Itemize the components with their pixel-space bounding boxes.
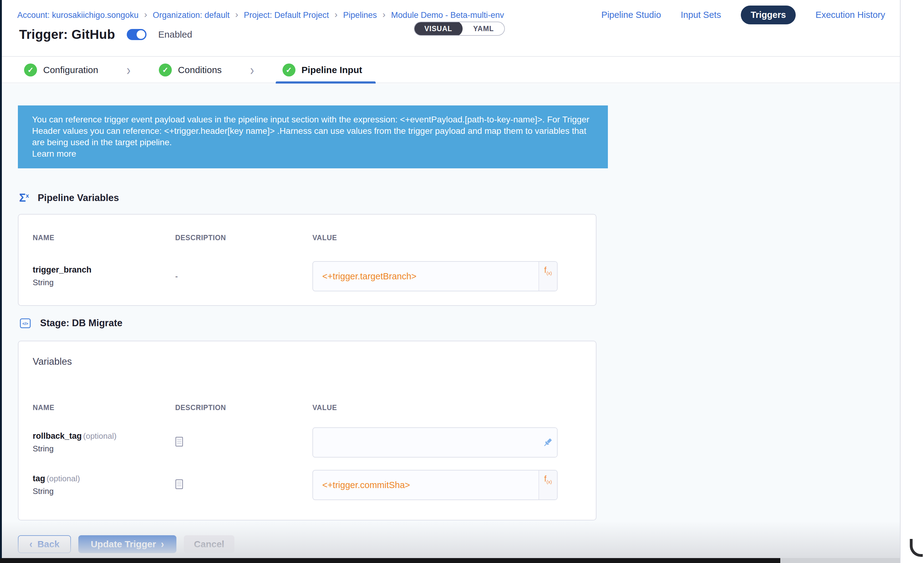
page-header: Account: kurosakiichigo.songoku › Organi… [2,0,900,57]
expression-text[interactable]: <+trigger.commitSha> [313,470,538,500]
trigger-pipeline-input-page: Account: kurosakiichigo.songoku › Organi… [0,0,924,563]
nav-triggers-active[interactable]: Triggers [741,6,796,24]
pipeline-variables-icon: Σx [19,192,29,204]
step-pipeline-input[interactable]: ✓ Pipeline Input [282,57,362,83]
description-note-icon[interactable] [175,479,183,490]
chevron-right-icon: › [126,62,130,78]
table-row: trigger_branch String - <+trigger.target… [33,261,582,291]
variable-optional-label: (optional) [46,474,80,483]
variable-value-cell: <+trigger.commitSha> f(x) [312,470,582,500]
expression-fx-button[interactable]: f(x) [538,262,557,291]
column-description: DESCRIPTION [175,234,312,242]
pipeline-variables-card: NAME DESCRIPTION VALUE trigger_branch St… [18,214,597,306]
column-name: NAME [33,234,175,242]
breadcrumb-organization[interactable]: Organization: default [153,10,230,20]
nav-input-sets[interactable]: Input Sets [681,10,721,20]
info-banner: You can reference trigger event payload … [18,105,608,168]
variable-description-cell: - [175,272,312,281]
yaml-mode-button[interactable]: YAML [463,22,504,36]
variable-description-cell [175,479,312,491]
description-empty-dash: - [175,272,178,281]
visual-yaml-toggle: VISUAL YAML [414,22,505,36]
value-text[interactable] [313,428,538,457]
rollback-tag-value-input[interactable] [312,427,558,458]
table-header-row: NAME DESCRIPTION VALUE [33,234,582,242]
column-description: DESCRIPTION [175,404,312,412]
table-row: tag (optional) String <+trigger.co [33,470,582,500]
check-icon: ✓ [282,63,296,76]
variable-name-cell: rollback_tag (optional) String [33,431,175,454]
variable-optional-label: (optional) [83,431,117,440]
enabled-label: Enabled [158,29,192,40]
breadcrumb-pipelines[interactable]: Pipelines [343,10,377,20]
bottom-fade [2,521,900,558]
pin-input-type-button[interactable] [538,428,557,457]
svg-text:</>: </> [22,321,28,326]
variable-type: String [33,487,175,496]
pipeline-variables-title: Pipeline Variables [38,192,119,204]
breadcrumb-separator-icon: › [382,9,386,20]
variable-description-cell [175,437,312,448]
enabled-toggle[interactable] [127,29,147,40]
stage-section-head: </> Stage: DB Migrate [19,317,123,329]
variable-name: trigger_branch [33,265,92,274]
breadcrumb: Account: kurosakiichigo.songoku › Organi… [17,10,504,20]
check-icon: ✓ [159,63,172,76]
title-row: Trigger: GitHub Enabled [19,27,192,42]
variable-name: tag [33,474,45,483]
variable-value-cell: <+trigger.targetBranch> f(x) [312,261,582,291]
check-icon: ✓ [24,63,37,76]
breadcrumb-pipeline-name[interactable]: Module Demo - Beta-multi-env [391,10,504,20]
trigger-branch-value-input[interactable]: <+trigger.targetBranch> f(x) [312,261,558,291]
description-note-icon[interactable] [175,437,183,447]
expression-fx-button[interactable]: f(x) [538,470,557,500]
pipeline-variables-section-head: Σx Pipeline Variables [19,192,119,204]
column-value: VALUE [312,404,582,412]
variable-value-cell [312,427,582,458]
tag-value-input[interactable]: <+trigger.commitSha> f(x) [312,470,558,500]
breadcrumb-account[interactable]: Account: kurosakiichigo.songoku [17,10,138,20]
stage-variables-card: Variables NAME DESCRIPTION VALUE rollbac… [18,341,597,520]
breadcrumb-separator-icon: › [235,9,238,20]
column-name: NAME [33,404,175,412]
pipeline-top-nav: Pipeline Studio Input Sets Triggers Exec… [602,6,885,24]
fx-icon: f(x) [544,266,552,276]
visual-mode-button[interactable]: VISUAL [414,22,463,36]
variable-name-cell: trigger_branch String [33,265,175,287]
wizard-steps: ✓ Configuration › ✓ Conditions › ✓ Pipel… [2,57,900,83]
learn-more-link[interactable]: Learn more [32,148,594,159]
page-title: Trigger: GitHub [19,27,115,42]
nav-pipeline-studio[interactable]: Pipeline Studio [602,10,661,20]
variable-name-cell: tag (optional) String [33,474,175,496]
breadcrumb-project[interactable]: Project: Default Project [244,10,329,20]
fx-icon: f(x) [544,475,552,484]
right-rail [900,0,924,563]
step-configuration[interactable]: ✓ Configuration [24,57,98,83]
step-label: Configuration [43,65,98,75]
variable-name: rollback_tag [33,431,82,440]
info-banner-text: You can reference trigger event payload … [32,114,592,148]
table-row: rollback_tag (optional) String [33,427,582,458]
expression-text[interactable]: <+trigger.targetBranch> [313,262,538,291]
variables-card-title: Variables [33,356,582,367]
desktop-dock-strip [0,558,780,563]
step-label: Pipeline Input [302,65,362,75]
desktop-dock-strip-light [780,558,900,563]
chevron-right-icon: › [250,62,254,78]
step-label: Conditions [178,65,222,75]
variable-type: String [33,278,175,287]
column-value: VALUE [312,234,582,242]
step-conditions[interactable]: ✓ Conditions [159,57,222,83]
table-header-row: NAME DESCRIPTION VALUE [33,404,582,412]
stage-title: Stage: DB Migrate [40,317,123,329]
pipeline-input-content: You can reference trigger event payload … [2,84,900,558]
breadcrumb-separator-icon: › [334,9,338,20]
toggle-knob [136,30,145,39]
breadcrumb-separator-icon: › [144,9,147,20]
nav-execution-history[interactable]: Execution History [816,10,885,20]
stage-icon: </> [19,317,32,329]
variable-type: String [33,444,175,454]
pin-icon [542,437,553,448]
